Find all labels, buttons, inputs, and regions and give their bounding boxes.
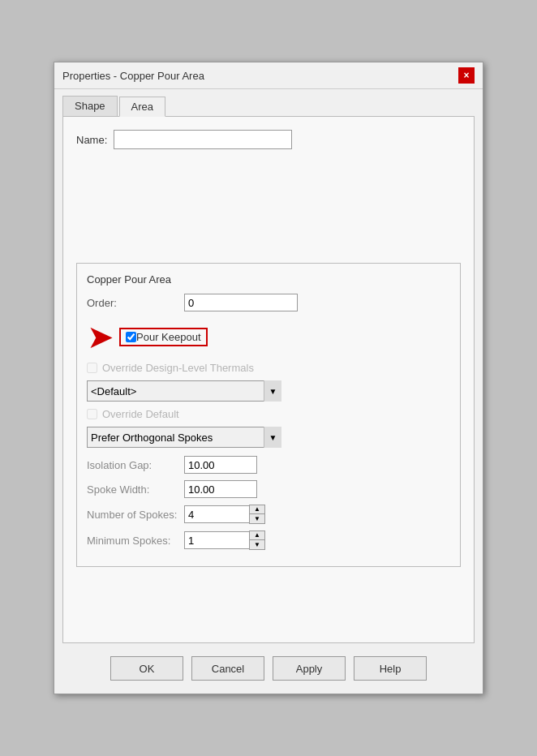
min-spokes-input[interactable] [184, 531, 249, 549]
num-spokes-input[interactable] [184, 505, 249, 523]
pour-keepout-highlighted: Pour Keepout [119, 328, 208, 346]
default-dropdown[interactable]: <Default> [87, 380, 281, 402]
default-dropdown-wrapper: <Default> ▼ [87, 380, 281, 402]
override-default-checkbox[interactable] [87, 409, 97, 419]
ok-button[interactable]: OK [110, 656, 183, 681]
num-spokes-down-btn[interactable]: ▼ [250, 514, 264, 523]
min-spokes-row: Minimum Spokes: ▲ ▼ [87, 530, 450, 550]
num-spokes-up-btn[interactable]: ▲ [250, 505, 264, 514]
tab-shape[interactable]: Shape [62, 96, 118, 116]
spoke-width-input[interactable] [184, 480, 257, 498]
help-button[interactable]: Help [354, 656, 427, 681]
spokes-dropdown[interactable]: Prefer Orthogonal Spokes [87, 427, 281, 448]
tab-content-area: Name: Copper Pour Area Order: ➤ Pour Kee… [62, 116, 475, 643]
name-label: Name: [76, 134, 107, 146]
spokes-dropdown-wrapper: Prefer Orthogonal Spokes ▼ [87, 427, 281, 448]
spoke-width-label: Spoke Width: [87, 483, 184, 496]
properties-dialog: Properties - Copper Pour Area × Shape Ar… [54, 62, 483, 694]
override-thermals-label: Override Design-Level Thermals [102, 362, 254, 374]
num-spokes-label: Number of Spokes: [87, 509, 184, 521]
dialog-title: Properties - Copper Pour Area [62, 70, 204, 82]
close-button[interactable]: × [458, 67, 475, 84]
apply-button[interactable]: Apply [273, 656, 346, 681]
tab-bar: Shape Area [54, 89, 483, 116]
isolation-gap-label: Isolation Gap: [87, 459, 184, 471]
cancel-button[interactable]: Cancel [191, 656, 264, 681]
num-spokes-spinner: ▲ ▼ [184, 505, 265, 524]
override-thermals-row: Override Design-Level Thermals [87, 362, 450, 374]
pour-keepout-checkbox[interactable] [126, 332, 136, 342]
isolation-gap-input[interactable] [184, 456, 257, 474]
min-spokes-spinner-btns: ▲ ▼ [249, 530, 265, 550]
pour-keepout-wrapper: ➤ Pour Keepout [87, 318, 450, 355]
tab-area[interactable]: Area [119, 97, 165, 117]
order-row: Order: [87, 294, 450, 311]
spoke-width-row: Spoke Width: [87, 480, 450, 498]
section-title: Copper Pour Area [87, 273, 450, 286]
name-row: Name: [76, 130, 461, 149]
min-spokes-down-btn[interactable]: ▼ [250, 540, 264, 549]
copper-pour-section: Copper Pour Area Order: ➤ Pour Keepout O… [76, 263, 461, 567]
num-spokes-row: Number of Spokes: ▲ ▼ [87, 505, 450, 524]
order-label: Order: [87, 297, 184, 309]
arrow-icon: ➤ [87, 318, 114, 355]
bottom-buttons: OK Cancel Apply Help [54, 643, 483, 694]
name-input[interactable] [114, 130, 292, 149]
override-default-row: Override Default [87, 408, 450, 420]
min-spokes-up-btn[interactable]: ▲ [250, 531, 264, 540]
override-default-label: Override Default [102, 408, 179, 420]
min-spokes-label: Minimum Spokes: [87, 535, 184, 547]
title-bar: Properties - Copper Pour Area × [54, 62, 483, 89]
min-spokes-spinner: ▲ ▼ [184, 530, 265, 550]
num-spokes-spinner-btns: ▲ ▼ [249, 505, 265, 524]
isolation-gap-row: Isolation Gap: [87, 456, 450, 474]
override-thermals-checkbox[interactable] [87, 363, 97, 373]
order-input[interactable] [184, 294, 298, 311]
pour-keepout-label: Pour Keepout [136, 331, 201, 343]
